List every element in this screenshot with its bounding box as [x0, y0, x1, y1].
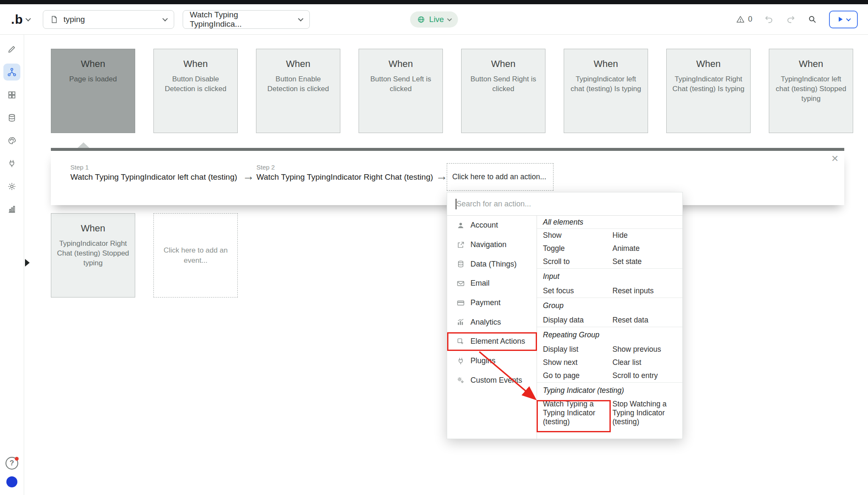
event-title: When — [564, 58, 648, 70]
category-label: Navigation — [470, 240, 506, 249]
category-data-things[interactable]: Data (Things) — [447, 254, 537, 274]
action-item-watch-typing[interactable]: Watch Typing a Typing Indicator (testing… — [537, 400, 606, 426]
page-selector-dropdown[interactable]: typing — [43, 10, 174, 29]
workflow-canvas: When Page is loaded When Button Disable … — [24, 35, 868, 495]
preview-button[interactable] — [829, 11, 858, 28]
database-icon — [456, 260, 465, 268]
close-panel-button[interactable]: × — [832, 153, 838, 164]
action-row: Toggle Animate — [537, 242, 682, 255]
action-item[interactable]: Go to page — [537, 371, 606, 380]
action-row: Watch Typing a Typing Indicator (testing… — [537, 398, 682, 432]
action-search-input[interactable] — [447, 192, 682, 215]
action-item[interactable]: Show previous — [606, 345, 682, 354]
sidebar-item-styles[interactable] — [3, 132, 20, 149]
action-item[interactable]: Show next — [537, 358, 606, 367]
action-item[interactable]: Set state — [606, 257, 682, 266]
email-icon — [456, 279, 465, 288]
action-row: Show next Clear list — [537, 356, 682, 369]
category-label: Payment — [470, 298, 501, 307]
action-item[interactable]: Display list — [537, 345, 606, 354]
add-event-button[interactable]: Click here to add an event... — [153, 213, 238, 298]
action-item[interactable]: Scroll to — [537, 257, 606, 266]
undo-button[interactable] — [764, 14, 774, 24]
action-section-header: Typing Indicator (testing) — [537, 382, 682, 398]
event-card[interactable]: When TypingIndicator Right Chat (testing… — [51, 213, 135, 298]
event-title: When — [462, 58, 545, 70]
toolbar-right-icons: 0 — [736, 11, 858, 28]
chevron-down-icon — [162, 16, 168, 22]
action-row: Display data Reset data — [537, 314, 682, 327]
sidebar-flyout-handle[interactable] — [25, 259, 30, 267]
event-title: When — [256, 58, 340, 70]
event-card[interactable]: When TypingIndicator left chat (testing)… — [564, 49, 648, 133]
sidebar-item-plugins[interactable] — [3, 155, 20, 172]
event-card[interactable]: When TypingIndicator Right Chat (testing… — [666, 49, 751, 133]
sidebar-item-settings[interactable] — [3, 178, 20, 195]
step-arrow-icon: → — [436, 170, 448, 183]
step-1[interactable]: Step 1 Watch Typing TypingIndicator left… — [70, 164, 237, 182]
action-search-row — [447, 192, 682, 216]
issues-indicator[interactable]: 0 — [736, 15, 752, 24]
notification-dot — [15, 457, 19, 461]
action-item[interactable]: Clear list — [606, 358, 682, 367]
element-actions-icon — [456, 337, 465, 346]
add-action-button[interactable]: Click here to add an action... — [447, 163, 554, 191]
sidebar-bottom: ? — [6, 457, 18, 487]
action-item[interactable]: Scroll to entry — [606, 371, 682, 380]
sidebar-item-logs[interactable] — [3, 201, 20, 218]
action-item[interactable]: Reset inputs — [606, 286, 682, 295]
event-card[interactable]: When Button Disable Detection is clicked — [153, 49, 238, 133]
environment-live-dropdown[interactable]: Live — [410, 11, 458, 28]
event-card[interactable]: When Button Enable Detection is clicked — [256, 49, 340, 133]
event-subtitle: Button Enable Detection is clicked — [256, 74, 340, 94]
action-section-header: Group — [537, 298, 682, 314]
step-label: Step 2 — [256, 164, 433, 171]
category-payment[interactable]: Payment — [447, 293, 537, 313]
plug-icon — [456, 357, 465, 365]
event-title: When — [359, 58, 442, 70]
event-subtitle: Page is loaded — [51, 74, 135, 84]
event-card[interactable]: When Button Send Right is clicked — [461, 49, 545, 133]
event-card[interactable]: When Page is loaded — [51, 49, 135, 133]
page-icon — [50, 15, 58, 24]
step-arrow-icon: → — [242, 170, 254, 183]
sidebar-item-design-edit[interactable] — [3, 41, 20, 58]
category-navigation[interactable]: Navigation — [447, 235, 537, 255]
sidebar-item-workflow[interactable] — [3, 64, 20, 81]
category-plugins[interactable]: Plugins — [447, 351, 537, 371]
action-section-header: Input — [537, 268, 682, 284]
search-button[interactable] — [807, 14, 817, 24]
action-item[interactable]: Reset data — [606, 316, 682, 325]
help-button[interactable]: ? — [6, 457, 18, 470]
action-item[interactable]: Toggle — [537, 244, 606, 253]
event-card[interactable]: When Button Send Left is clicked — [359, 49, 443, 133]
live-label: Live — [429, 15, 444, 24]
navigation-icon — [456, 241, 465, 249]
category-label: Data (Things) — [470, 260, 517, 269]
action-item[interactable]: Hide — [606, 231, 682, 240]
action-item[interactable]: Animate — [606, 244, 682, 253]
category-custom-events[interactable]: Custom Events — [447, 371, 537, 390]
event-title: When — [667, 58, 750, 70]
workflow-selector-dropdown[interactable]: Watch Typing TypingIndica... — [183, 10, 310, 29]
sidebar-item-design-grid[interactable] — [3, 86, 20, 103]
action-item[interactable]: Show — [537, 231, 606, 240]
action-item[interactable]: Display data — [537, 316, 606, 325]
category-element-actions[interactable]: Element Actions — [447, 332, 537, 351]
bubble-logo[interactable]: b — [11, 13, 30, 26]
category-label: Analytics — [470, 318, 501, 327]
user-avatar[interactable] — [6, 476, 17, 487]
action-item-stop-watching[interactable]: Stop Watching a Typing Indicator (testin… — [606, 400, 682, 426]
event-card[interactable]: When TypingIndicator left chat (testing)… — [769, 49, 853, 133]
plug-icon — [7, 159, 17, 168]
action-item[interactable]: Set focus — [537, 286, 606, 295]
category-email[interactable]: Email — [447, 274, 537, 293]
sidebar-item-data[interactable] — [3, 109, 20, 126]
category-account[interactable]: Account — [447, 216, 537, 235]
redo-button[interactable] — [786, 14, 796, 24]
action-section-header: All elements — [537, 216, 682, 229]
selected-event-pointer — [78, 142, 89, 148]
category-analytics[interactable]: Analytics — [447, 312, 537, 332]
step-2[interactable]: Step 2 Watch Typing TypingIndicator Righ… — [256, 164, 433, 182]
chevron-down-icon — [298, 16, 303, 22]
